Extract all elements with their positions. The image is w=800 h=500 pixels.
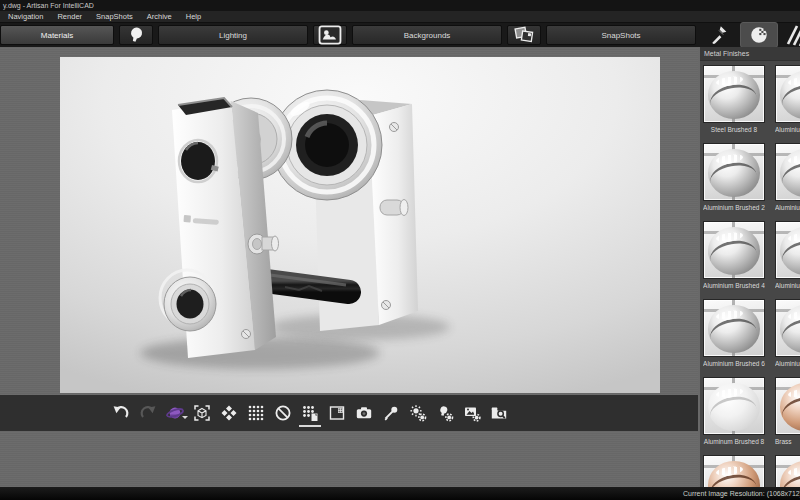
menu-item-render[interactable]: Render (57, 12, 82, 21)
finishes-sidebar: Metal Finishes Steel Brushed 8 Aluminiu (700, 47, 800, 487)
sun-settings-icon[interactable] (409, 402, 427, 424)
menu-item-help[interactable]: Help (186, 12, 201, 21)
render-image[interactable] (60, 57, 660, 393)
material-thumbnail[interactable] (775, 377, 800, 435)
material-label: Aluminium Brushed 6 (703, 360, 765, 368)
material-thumbnail[interactable] (703, 65, 765, 123)
render-toolbar (0, 395, 698, 431)
material-swatch[interactable]: Steel Brushed 8 (703, 65, 765, 134)
snapshots-photos-icon[interactable] (507, 25, 541, 45)
material-swatch[interactable]: Brass (775, 377, 800, 446)
tab-materials[interactable]: Materials (0, 25, 114, 45)
disable-icon[interactable] (274, 402, 292, 424)
browse-folder-icon[interactable] (490, 402, 508, 424)
menu-bar: NavigationRenderSnapShotsArchiveHelp (0, 11, 800, 23)
redo-icon[interactable] (139, 402, 157, 424)
material-label: Aluminium Brushed 4 (703, 282, 765, 290)
tab-backgrounds-label: Backgrounds (404, 31, 451, 40)
menu-item-snapshots[interactable]: SnapShots (96, 12, 133, 21)
render-canvas-area (0, 47, 698, 487)
material-swatch[interactable]: Aluminiu (775, 221, 800, 290)
material-thumbnail[interactable] (703, 221, 765, 279)
material-label: Aluminiu (775, 282, 800, 290)
material-thumbnail[interactable] (703, 143, 765, 201)
material-sphere-preview (708, 71, 760, 119)
tab-backgrounds[interactable]: Backgrounds (352, 25, 502, 45)
status-text: Current Image Resolution: (1068x712) | L… (683, 490, 800, 497)
tab-snapshots-label: SnapShots (601, 31, 640, 40)
material-label: Brass (775, 438, 800, 446)
material-sphere-preview (708, 149, 760, 197)
tab-lighting-label: Lighting (219, 31, 247, 40)
material-label: Aluminum Brushed 8 (703, 438, 765, 446)
material-sphere-preview (708, 227, 760, 275)
sidebar-title: Metal Finishes (700, 47, 800, 61)
material-swatch[interactable] (703, 455, 765, 487)
material-swatch[interactable]: Aluminiu (775, 143, 800, 212)
background-image-icon[interactable] (313, 25, 347, 45)
material-thumbnail[interactable] (775, 455, 800, 487)
tab-lighting[interactable]: Lighting (158, 25, 308, 45)
material-thumbnail[interactable] (703, 455, 765, 487)
menu-item-archive[interactable]: Archive (147, 12, 172, 21)
material-sphere-preview (708, 305, 760, 353)
paintbrush-icon[interactable] (704, 22, 734, 48)
material-thumbnail[interactable] (703, 377, 765, 435)
material-swatch[interactable]: Aluminium Brushed 4 (703, 221, 765, 290)
material-label: Aluminium Brushed 2 (703, 204, 765, 212)
artisan-app: { "window": { "title": "y.dwg - Artisan … (0, 0, 800, 500)
dot-grid-icon[interactable] (247, 402, 265, 424)
window-title: y.dwg - Artisan For IntelliCAD (3, 2, 94, 9)
eyedropper-icon[interactable] (382, 402, 400, 424)
lighting-settings-icon[interactable] (436, 402, 454, 424)
lightbulb-icon[interactable] (119, 25, 153, 45)
material-grid: Steel Brushed 8 Aluminiu Aluminium Brush… (700, 61, 800, 487)
finish-stripes-icon[interactable] (784, 22, 800, 48)
status-bar: Current Image Resolution: (1068x712) | L… (0, 487, 800, 500)
quality-diamonds-icon[interactable] (220, 402, 238, 424)
tab-snapshots[interactable]: SnapShots (546, 25, 696, 45)
material-label: Aluminiu (775, 204, 800, 212)
material-swatch[interactable]: Aluminium Brushed 2 (703, 143, 765, 212)
tab-bar: Materials Lighting Backgrounds SnapShots (0, 23, 800, 47)
render-cube-icon[interactable] (193, 402, 211, 424)
window-titlebar: y.dwg - Artisan For IntelliCAD (0, 0, 800, 11)
material-thumbnail[interactable] (775, 221, 800, 279)
materials-planet-icon[interactable] (166, 402, 184, 424)
image-settings-icon[interactable] (463, 402, 481, 424)
material-thumbnail[interactable] (775, 299, 800, 357)
material-swatch[interactable]: Aluminiu (775, 299, 800, 368)
engraved-logo-mark (184, 215, 191, 222)
material-swatch[interactable]: Aluminiu (775, 65, 800, 134)
finish-mode-buttons (704, 22, 800, 48)
material-label: Steel Brushed 8 (703, 126, 765, 134)
material-sphere-icon[interactable] (740, 22, 778, 48)
tab-materials-label: Materials (41, 31, 73, 40)
camera-icon[interactable] (355, 402, 373, 424)
material-sphere-preview (708, 383, 760, 431)
material-label: Aluminiu (775, 360, 800, 368)
undo-icon[interactable] (112, 402, 130, 424)
material-swatch[interactable]: Aluminum Brushed 8 (703, 377, 765, 446)
menu-item-navigation[interactable]: Navigation (8, 12, 43, 21)
material-label: Aluminiu (775, 126, 800, 134)
material-swatch[interactable] (775, 455, 800, 487)
material-thumbnail[interactable] (775, 143, 800, 201)
viewport-frame-icon[interactable] (328, 402, 346, 424)
region-render-icon[interactable] (301, 402, 319, 424)
material-swatch[interactable]: Aluminium Brushed 6 (703, 299, 765, 368)
material-thumbnail[interactable] (775, 65, 800, 123)
material-thumbnail[interactable] (703, 299, 765, 357)
